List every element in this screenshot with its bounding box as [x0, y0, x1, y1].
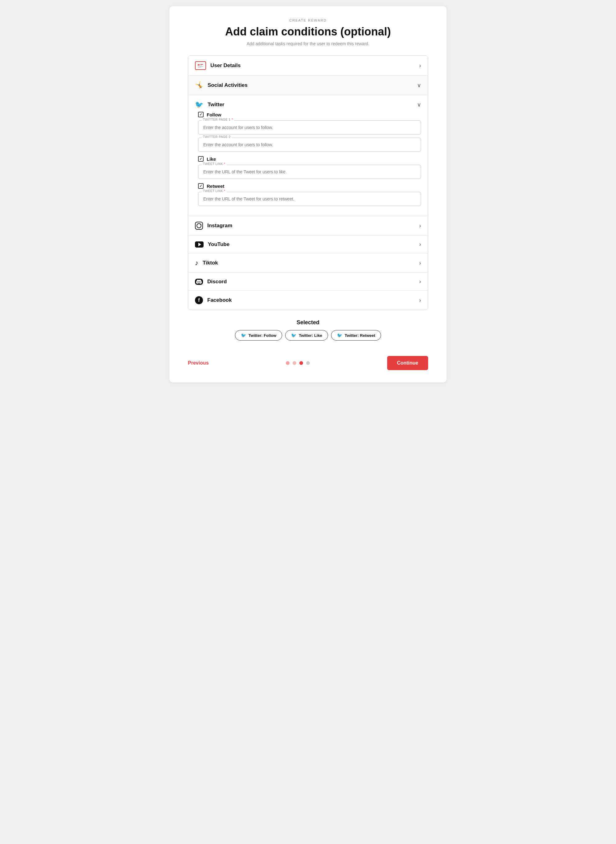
tweet-link-retweet-wrapper: TWEET LINK * — [198, 192, 421, 206]
svg-rect-2 — [200, 64, 203, 64]
facebook-row[interactable]: f Facebook › — [188, 291, 428, 310]
twitter-label: Twitter — [208, 102, 224, 108]
continue-button[interactable]: Continue — [387, 356, 428, 370]
twitter-page-2-wrapper: TWITTER PAGE 2 — [198, 138, 421, 152]
discord-icon — [195, 279, 203, 285]
user-details-label: User Details — [210, 63, 241, 69]
tweet-link-like-wrapper: TWEET LINK * — [198, 165, 421, 179]
badge-twitter-retweet[interactable]: 🐦 Twitter: Retweet — [331, 330, 381, 341]
social-activities-chevron-down-icon: ∨ — [417, 82, 421, 89]
instagram-row[interactable]: Instagram › — [188, 216, 428, 236]
dot-3-active — [299, 361, 303, 365]
instagram-icon — [195, 222, 203, 230]
twitter-header[interactable]: 🐦 Twitter ∨ — [188, 95, 428, 112]
selected-title: Selected — [188, 319, 428, 326]
selected-badges: 🐦 Twitter: Follow 🐦 Twitter: Like 🐦 Twit… — [188, 330, 428, 341]
discord-row[interactable]: Discord › — [188, 273, 428, 291]
dot-1 — [286, 361, 289, 365]
like-checkbox[interactable] — [198, 156, 204, 162]
twitter-icon: 🐦 — [195, 101, 203, 109]
svg-rect-1 — [198, 64, 199, 66]
tweet-link-like-label: TWEET LINK * — [202, 162, 227, 166]
facebook-icon: f — [195, 296, 203, 304]
previous-button[interactable]: Previous — [188, 357, 209, 369]
user-details-chevron-right-icon: › — [419, 63, 421, 69]
badge-twitter-retweet-icon: 🐦 — [337, 333, 342, 338]
twitter-page-2-input[interactable] — [198, 138, 421, 152]
badge-twitter-like-label: Twitter: Like — [299, 333, 322, 338]
dot-4 — [306, 361, 310, 365]
instagram-chevron-right-icon: › — [419, 223, 421, 229]
tiktok-icon: ♪ — [195, 259, 198, 267]
selected-section: Selected 🐦 Twitter: Follow 🐦 Twitter: Li… — [188, 319, 428, 341]
page-title: Add claim conditions (optional) — [188, 25, 428, 38]
retweet-checkbox-row[interactable]: Retweet — [198, 183, 421, 189]
badge-twitter-follow[interactable]: 🐦 Twitter: Follow — [235, 330, 282, 341]
facebook-label: Facebook — [207, 297, 232, 303]
social-activities-label: Social Activities — [208, 82, 248, 88]
youtube-icon — [195, 242, 204, 248]
retweet-label: Retweet — [207, 183, 224, 189]
conditions-box: User Details › 🤸 Social Activities ∨ 🐦 T… — [188, 56, 428, 310]
page-subtitle: Add additional tasks required for the us… — [188, 41, 428, 46]
discord-label: Discord — [207, 279, 227, 285]
discord-chevron-right-icon: › — [419, 278, 421, 285]
twitter-retweet-option: Retweet TWEET LINK * — [195, 183, 421, 206]
like-label: Like — [207, 157, 216, 162]
facebook-chevron-right-icon: › — [419, 297, 421, 303]
twitter-page-2-label: TWITTER PAGE 2 — [202, 135, 232, 139]
step-label: CREATE REWARD — [188, 19, 428, 22]
twitter-body: Follow TWITTER PAGE 1 * TWITTER PAGE 2 — [188, 112, 428, 216]
required-star-1: * — [232, 118, 233, 121]
twitter-section: 🐦 Twitter ∨ Follow TWITTER PAGE 1 * — [188, 95, 428, 216]
follow-label: Follow — [207, 112, 221, 117]
svg-rect-4 — [198, 66, 203, 67]
youtube-label: YouTube — [208, 242, 229, 248]
tweet-link-retweet-input[interactable] — [198, 192, 421, 206]
social-activities-row[interactable]: 🤸 Social Activities ∨ — [188, 76, 428, 95]
twitter-page-1-input[interactable] — [198, 120, 421, 135]
follow-checkbox-row[interactable]: Follow — [198, 112, 421, 117]
progress-dots — [286, 361, 310, 365]
twitter-chevron-down-icon: ∨ — [417, 101, 421, 108]
required-star-like: * — [224, 162, 225, 166]
twitter-like-option: Like TWEET LINK * — [195, 156, 421, 179]
follow-checkbox[interactable] — [198, 112, 204, 117]
youtube-chevron-right-icon: › — [419, 241, 421, 248]
page-wrapper: CREATE REWARD Add claim conditions (opti… — [169, 6, 447, 382]
tiktok-row[interactable]: ♪ Tiktok › — [188, 253, 428, 273]
bottom-nav: Previous Continue — [188, 350, 428, 370]
badge-twitter-follow-icon: 🐦 — [241, 333, 246, 338]
youtube-row[interactable]: YouTube › — [188, 236, 428, 253]
twitter-page-1-label: TWITTER PAGE 1 * — [202, 118, 234, 121]
like-checkbox-row[interactable]: Like — [198, 156, 421, 162]
twitter-follow-option: Follow TWITTER PAGE 1 * TWITTER PAGE 2 — [195, 112, 421, 152]
twitter-page-1-wrapper: TWITTER PAGE 1 * — [198, 120, 421, 135]
badge-twitter-retweet-label: Twitter: Retweet — [345, 333, 375, 338]
required-star-retweet: * — [224, 189, 225, 193]
tiktok-label: Tiktok — [203, 260, 218, 266]
svg-rect-3 — [200, 65, 202, 66]
tweet-link-retweet-label: TWEET LINK * — [202, 189, 227, 193]
user-details-icon — [195, 61, 206, 70]
dot-2 — [293, 361, 296, 365]
badge-twitter-like[interactable]: 🐦 Twitter: Like — [285, 330, 328, 341]
user-details-row[interactable]: User Details › — [188, 56, 428, 76]
badge-twitter-like-icon: 🐦 — [291, 333, 296, 338]
tiktok-chevron-right-icon: › — [419, 260, 421, 266]
instagram-label: Instagram — [207, 223, 232, 229]
badge-twitter-follow-label: Twitter: Follow — [249, 333, 277, 338]
social-activities-icon: 🤸 — [195, 81, 203, 89]
svg-rect-5 — [198, 67, 201, 68]
retweet-checkbox[interactable] — [198, 183, 204, 189]
tweet-link-like-input[interactable] — [198, 165, 421, 179]
